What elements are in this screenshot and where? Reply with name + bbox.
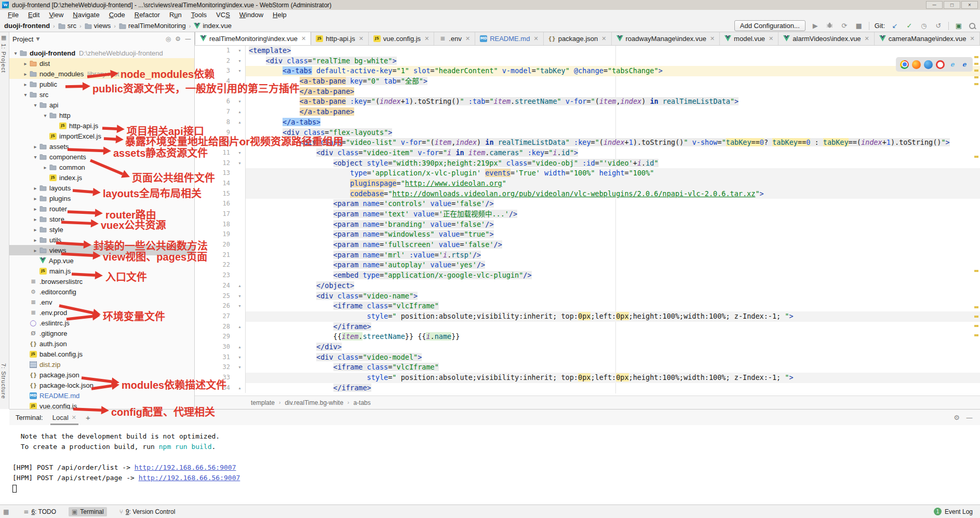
window-switcher-icon[interactable]: ▦ <box>3 508 9 515</box>
fold-marker[interactable]: ▾ <box>234 158 246 169</box>
tree-row-.editorconfig[interactable]: ⚙.editorconfig <box>9 287 194 297</box>
run-button[interactable]: ▶ <box>811 22 820 30</box>
editor-tab[interactable]: alarmVideos\index.vue✕ <box>778 32 875 45</box>
editor-tab[interactable]: model.vue✕ <box>720 32 778 45</box>
tree-chevron-icon[interactable]: ▸ <box>31 144 39 149</box>
editor-tab[interactable]: cameraManage\index.vue✕ <box>875 32 980 45</box>
add-configuration-button[interactable]: Add Configuration... <box>734 20 806 31</box>
editor-breadcrumb-item[interactable]: div.realTime.bg-white <box>285 399 343 406</box>
tree-chevron-icon[interactable]: ▸ <box>31 227 39 233</box>
tree-row-router[interactable]: ▸router <box>9 203 194 214</box>
tree-row-.env[interactable]: ≡.env <box>9 297 194 307</box>
fold-marker[interactable]: ▴ <box>234 383 246 393</box>
editor-tab[interactable]: roadwayManage\index.vue✕ <box>612 32 720 45</box>
fold-marker[interactable]: ▾ <box>234 66 246 76</box>
maximize-button[interactable]: □ <box>944 1 960 9</box>
new-terminal-session-button[interactable]: + <box>86 413 90 422</box>
terminal-link[interactable]: http://192.168.66.56:9007 <box>135 464 236 471</box>
search-everywhere-icon[interactable] <box>969 22 976 30</box>
fold-marker[interactable]: ▴ <box>234 117 246 128</box>
fold-marker[interactable]: ▾ <box>234 46 246 56</box>
warning-stripe-mark[interactable] <box>974 270 978 272</box>
tree-chevron-icon[interactable]: ▸ <box>31 216 39 222</box>
tree-row-.eslintrc.js[interactable]: ◯.eslintrc.js <box>9 318 194 328</box>
edge-icon[interactable]: e <box>960 60 969 69</box>
fold-marker[interactable]: ▴ <box>234 342 246 352</box>
menu-help[interactable]: Help <box>268 11 291 19</box>
close-icon[interactable]: ✕ <box>465 35 470 42</box>
tree-chevron-icon[interactable]: ▸ <box>31 196 39 201</box>
warning-stripe-mark[interactable] <box>974 316 978 318</box>
fold-marker[interactable]: ▾ <box>234 352 246 363</box>
tree-chevron-icon[interactable]: ▾ <box>31 102 39 108</box>
close-icon[interactable]: ✕ <box>72 414 76 421</box>
opera-icon[interactable] <box>936 60 945 69</box>
warning-stripe-mark[interactable] <box>974 56 978 58</box>
tree-row-duoji-frontend[interactable]: ▾duoji-frontendD:\zheheWeb\duoji-fronten… <box>9 48 194 58</box>
menu-tools[interactable]: Tools <box>186 11 211 19</box>
menu-vcs[interactable]: VCS <box>211 11 235 19</box>
fold-marker[interactable]: ▴ <box>234 107 246 117</box>
terminal-hide-icon[interactable]: — <box>966 414 973 421</box>
editor-tab[interactable]: {}package.json✕ <box>544 32 612 45</box>
settings-gear-icon[interactable]: ⚙ <box>175 35 181 43</box>
tree-row-babel.config.js[interactable]: JSbabel.config.js <box>9 349 194 359</box>
editor-tab[interactable]: realTimeMonitoring\index.vue✕ <box>195 32 311 45</box>
editor-tab[interactable]: JShttp-api.js✕ <box>311 32 369 45</box>
tree-chevron-icon[interactable]: ▾ <box>41 113 49 118</box>
fold-marker[interactable]: ▾ <box>234 56 246 66</box>
warning-stripe-mark[interactable] <box>974 83 978 85</box>
menu-edit[interactable]: Edit <box>23 11 44 19</box>
fold-marker[interactable]: ▾ <box>234 362 246 373</box>
safari-icon[interactable] <box>924 60 933 69</box>
menu-refactor[interactable]: Refactor <box>130 11 165 19</box>
code-editor[interactable]: 1▾<template>2▾ <div class="realTime bg-w… <box>195 46 980 393</box>
tree-row-README.md[interactable]: MDREADME.md <box>9 390 194 401</box>
close-icon[interactable]: ✕ <box>970 35 974 42</box>
close-icon[interactable]: ✕ <box>424 35 429 42</box>
debug-bug-icon[interactable] <box>825 22 835 30</box>
locate-file-icon[interactable]: ◎ <box>166 35 171 43</box>
hide-panel-icon[interactable]: — <box>185 35 191 43</box>
warning-stripe-mark[interactable] <box>974 156 978 158</box>
menu-file[interactable]: File <box>3 11 23 19</box>
fold-marker[interactable]: ▴ <box>234 281 246 291</box>
tree-row-.gitignore[interactable]: Ø.gitignore <box>9 328 194 338</box>
warning-stripe-mark[interactable] <box>974 63 978 65</box>
stop-button[interactable]: ■ <box>854 22 864 30</box>
tool-windows-icon[interactable]: ▦ <box>1 34 6 41</box>
fold-marker[interactable]: ▾ <box>234 97 246 107</box>
structure-tool-button[interactable]: 7: Structure <box>1 363 7 399</box>
terminal-link[interactable]: http://192.168.66.56:9007 <box>139 474 240 482</box>
warning-stripe-mark[interactable] <box>974 325 978 327</box>
close-icon[interactable]: ✕ <box>359 35 364 42</box>
tree-chevron-icon[interactable]: ▸ <box>21 71 30 77</box>
warning-stripe-mark[interactable] <box>974 306 978 308</box>
close-icon[interactable]: ✕ <box>601 35 606 42</box>
menu-window[interactable]: Window <box>235 11 268 19</box>
firefox-icon[interactable] <box>912 60 921 69</box>
project-panel-title[interactable]: Project <box>12 35 33 43</box>
ie-icon[interactable]: e <box>948 60 957 69</box>
warning-stripe-mark[interactable] <box>974 334 978 336</box>
minimize-button[interactable]: ─ <box>926 1 943 9</box>
event-log-button[interactable]: Event Log <box>945 508 973 515</box>
fold-marker[interactable]: ▾ <box>234 148 246 158</box>
editor-tab[interactable]: MDREADME.md✕ <box>475 32 544 45</box>
terminal-tab-local[interactable]: Local ✕ <box>50 410 78 425</box>
statusbar-terminal[interactable]: ▣Terminal <box>69 507 107 516</box>
breadcrumb-item[interactable]: index.vue <box>194 22 232 30</box>
close-icon[interactable]: ✕ <box>301 35 306 42</box>
editor-breadcrumb-item[interactable]: template <box>251 399 275 406</box>
breadcrumb-item[interactable]: duoji-frontend <box>4 22 50 30</box>
breadcrumb-item[interactable]: realTimeMonitoring <box>119 22 186 30</box>
chrome-icon[interactable] <box>900 60 909 69</box>
tree-chevron-icon[interactable]: ▸ <box>31 248 39 253</box>
close-icon[interactable]: ✕ <box>769 35 773 42</box>
git-update-icon[interactable]: ↙ <box>890 22 900 30</box>
tree-row-auth.json[interactable]: {}auth.json <box>9 338 194 349</box>
close-button[interactable]: × <box>961 1 978 9</box>
fold-marker[interactable]: ▾ <box>234 301 246 311</box>
warning-stripe-mark[interactable] <box>974 76 978 78</box>
close-icon[interactable]: ✕ <box>533 35 538 42</box>
